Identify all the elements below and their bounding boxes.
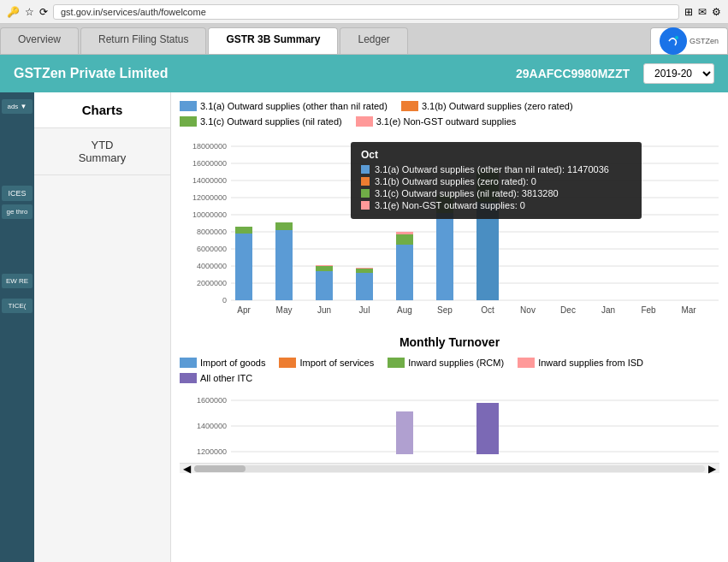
svg-text:May: May (276, 305, 293, 315)
svg-rect-29 (356, 273, 373, 300)
gstzen-icon (660, 27, 687, 55)
svg-rect-34 (396, 232, 413, 234)
svg-text:Dec: Dec (560, 305, 576, 315)
tab-bar: Overview Return Filing Status GSTR 3B Su… (0, 24, 728, 55)
legend-color-a (180, 101, 197, 111)
x-axis: Apr May Jun Jul Aug Sep Oct Nov Dec Jan … (237, 305, 696, 315)
svg-text:Feb: Feb (641, 305, 656, 315)
refresh-icon[interactable]: ⟳ (39, 6, 48, 18)
scroll-thumb[interactable] (194, 465, 246, 472)
legend-color-b (401, 101, 418, 111)
bar-sep[interactable] (436, 195, 453, 300)
svg-text:Mar: Mar (681, 305, 696, 315)
horizontal-scrollbar[interactable]: ◀ ▶ (180, 463, 719, 473)
bar2-aug-isd[interactable] (396, 411, 413, 454)
legend-label-import-svc: Import of services (299, 358, 374, 368)
sidebar-ads-btn[interactable]: ads ▼ (2, 99, 33, 114)
url-bar[interactable]: gst.gov.in/services/auth/fowelcome (53, 4, 679, 20)
legend-item-e: 3.1(e) Non-GST outward supplies (356, 116, 517, 127)
legend-other-itc: All other ITC (180, 373, 252, 383)
legend-label-b: 3.1(b) Outward supplies (zero rated) (422, 101, 573, 111)
scroll-right-arrow[interactable]: ▶ (708, 463, 716, 475)
svg-rect-35 (436, 213, 453, 300)
svg-rect-30 (356, 269, 373, 273)
bar-may[interactable] (275, 222, 293, 300)
svg-rect-31 (356, 268, 373, 269)
svg-rect-36 (436, 195, 453, 213)
svg-text:1200000: 1200000 (197, 447, 227, 456)
tab-gstr3b[interactable]: GSTR 3B Summary (208, 27, 338, 54)
chart1-container: Oct 3.1(a) Outward supplies (other than … (180, 133, 719, 349)
gstzen-label: GSTZen (690, 37, 719, 45)
settings-icon[interactable]: ⚙ (712, 6, 721, 18)
svg-text:Jan: Jan (601, 305, 615, 315)
chart1-title: Monthly Turnover (180, 335, 719, 349)
left-sidebar: ads ▼ ICES ge thro EW RE TICE( (0, 92, 34, 562)
legend-color-e (356, 116, 373, 127)
legend-label-a: 3.1(a) Outward supplies (other than nil … (200, 101, 388, 111)
gstzen-logo-tab: GSTZen (650, 27, 728, 54)
chart1-svg: 18000000 16000000 14000000 12000000 1000… (180, 133, 727, 330)
bar-oct[interactable] (476, 169, 499, 300)
star-icon[interactable]: ☆ (25, 6, 34, 18)
bar-jun[interactable] (316, 265, 333, 300)
scroll-left-arrow[interactable]: ◀ (183, 463, 191, 475)
svg-text:Aug: Aug (397, 305, 412, 315)
svg-text:0: 0 (222, 296, 227, 305)
sidebar-ew-btn[interactable]: EW RE (2, 274, 33, 288)
legend-color-c (180, 116, 197, 127)
svg-rect-22 (235, 234, 252, 300)
svg-point-1 (675, 36, 678, 39)
key-icon: 🔑 (7, 6, 20, 18)
bar-jul[interactable] (356, 268, 373, 300)
tab-return-filing[interactable]: Return Filing Status (80, 27, 206, 54)
legend-label-c: 3.1(c) Outward supplies (nil rated) (200, 116, 342, 127)
sidebar-tice-btn[interactable]: TICE( (2, 299, 33, 313)
chart2-legend: Import of goods Import of services Inwar… (180, 358, 719, 383)
nav-ytd-summary[interactable]: YTDSummary (34, 128, 170, 175)
tab-overview[interactable]: Overview (0, 27, 79, 54)
svg-text:10000000: 10000000 (192, 210, 227, 219)
y-axis: 18000000 16000000 14000000 12000000 1000… (192, 142, 719, 305)
sidebar-ge-btn[interactable]: ge thro (2, 204, 33, 219)
svg-text:18000000: 18000000 (192, 142, 227, 151)
nav-panel: Charts YTDSummary (34, 92, 171, 562)
svg-rect-24 (275, 230, 293, 300)
bar-apr[interactable] (235, 227, 252, 300)
gstin: 29AAFCC9980MZZT (516, 67, 630, 80)
legend-label-e: 3.1(e) Non-GST outward supplies (376, 116, 517, 127)
bar-aug[interactable] (396, 232, 413, 300)
main-layout: ads ▼ ICES ge thro EW RE TICE( Charts YT… (0, 92, 728, 562)
legend-color-isd (518, 358, 535, 368)
legend-color-import-goods (180, 358, 197, 368)
svg-rect-32 (396, 245, 413, 300)
legend-label-rcm: Inward supplies (RCM) (408, 358, 504, 368)
svg-rect-28 (316, 265, 333, 266)
tab-ledger[interactable]: Ledger (340, 27, 407, 54)
svg-text:Sep: Sep (437, 305, 453, 315)
svg-text:Oct: Oct (481, 305, 494, 315)
chart2-svg: 1600000 1400000 1200000 (180, 390, 727, 463)
svg-rect-33 (396, 234, 413, 245)
svg-rect-26 (316, 271, 333, 300)
svg-text:4000000: 4000000 (197, 262, 227, 270)
legend-color-rcm (388, 358, 405, 368)
svg-text:2000000: 2000000 (197, 279, 227, 287)
bar2-oct-isd[interactable] (476, 403, 499, 454)
nav-charts[interactable]: Charts (34, 92, 170, 128)
legend-import-svc: Import of services (279, 358, 374, 368)
year-selector[interactable]: 2019-20 2018-19 2017-18 (643, 63, 714, 84)
svg-text:1400000: 1400000 (197, 422, 227, 430)
legend-label-isd: Inward supplies from ISD (538, 358, 643, 368)
legend-color-import-svc (279, 358, 296, 368)
email-icon[interactable]: ✉ (698, 6, 707, 18)
grid-icon[interactable]: ⊞ (684, 6, 693, 18)
legend-color-other-itc (180, 373, 197, 383)
svg-rect-23 (235, 227, 252, 234)
svg-rect-38 (476, 169, 499, 202)
chart1-legend: 3.1(a) Outward supplies (other than nil … (180, 101, 719, 127)
sidebar-ices-btn[interactable]: ICES (2, 186, 33, 201)
svg-text:Apr: Apr (237, 305, 251, 315)
svg-text:14000000: 14000000 (192, 176, 227, 185)
content-area: 3.1(a) Outward supplies (other than nil … (171, 92, 728, 562)
